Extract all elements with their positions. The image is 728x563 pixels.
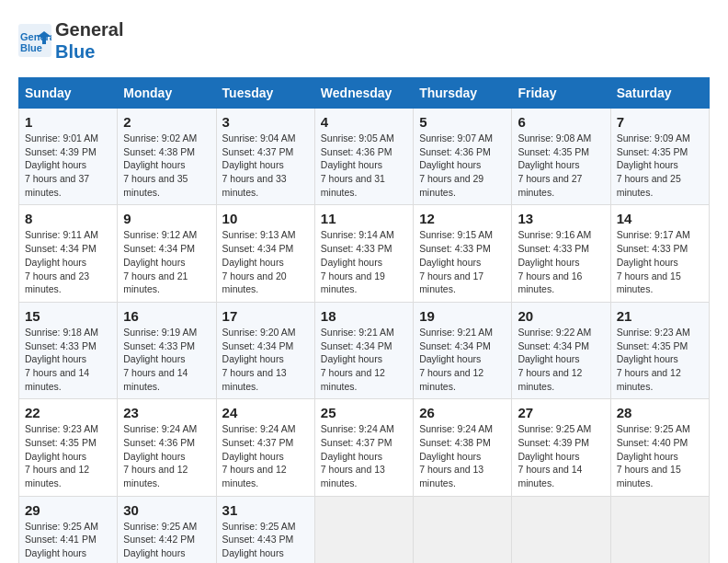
day-info: Sunrise: 9:14 AM Sunset: 4:33 PM Dayligh… [321, 228, 407, 295]
day-info: Sunrise: 9:09 AM Sunset: 4:35 PM Dayligh… [617, 132, 703, 199]
day-cell: 29 Sunrise: 9:25 AM Sunset: 4:41 PM Dayl… [19, 496, 118, 563]
day-cell: 2 Sunrise: 9:02 AM Sunset: 4:38 PM Dayli… [118, 109, 216, 205]
day-cell: 8 Sunrise: 9:11 AM Sunset: 4:34 PM Dayli… [19, 205, 118, 302]
day-cell: 9 Sunrise: 9:12 AM Sunset: 4:34 PM Dayli… [118, 205, 216, 302]
logo-text-blue: Blue [55, 40, 123, 63]
day-info: Sunrise: 9:16 AM Sunset: 4:33 PM Dayligh… [518, 228, 604, 295]
day-number: 11 [321, 211, 407, 226]
day-cell [414, 496, 512, 563]
day-info: Sunrise: 9:20 AM Sunset: 4:34 PM Dayligh… [222, 326, 309, 393]
day-cell: 5 Sunrise: 9:07 AM Sunset: 4:36 PM Dayli… [414, 109, 512, 205]
day-cell: 3 Sunrise: 9:04 AM Sunset: 4:37 PM Dayli… [216, 109, 314, 205]
day-number: 16 [123, 308, 210, 324]
day-number: 19 [419, 308, 506, 324]
day-cell: 10 Sunrise: 9:13 AM Sunset: 4:34 PM Dayl… [216, 205, 314, 302]
day-cell: 11 Sunrise: 9:14 AM Sunset: 4:33 PM Dayl… [314, 205, 413, 302]
day-number: 6 [518, 114, 604, 130]
day-number: 3 [222, 114, 309, 130]
header-saturday: Saturday [610, 78, 709, 109]
day-info: Sunrise: 9:04 AM Sunset: 4:37 PM Dayligh… [222, 132, 309, 199]
day-info: Sunrise: 9:21 AM Sunset: 4:34 PM Dayligh… [321, 326, 407, 393]
day-info: Sunrise: 9:18 AM Sunset: 4:33 PM Dayligh… [25, 326, 111, 393]
day-info: Sunrise: 9:24 AM Sunset: 4:36 PM Dayligh… [123, 422, 210, 489]
day-info: Sunrise: 9:05 AM Sunset: 4:36 PM Dayligh… [321, 132, 407, 199]
day-info: Sunrise: 9:08 AM Sunset: 4:35 PM Dayligh… [518, 132, 604, 199]
day-number: 14 [617, 211, 703, 226]
day-number: 10 [222, 211, 309, 226]
header-tuesday: Tuesday [216, 78, 314, 109]
day-number: 12 [419, 211, 506, 226]
day-number: 29 [25, 502, 111, 518]
day-cell: 22 Sunrise: 9:23 AM Sunset: 4:35 PM Dayl… [19, 399, 118, 496]
day-cell: 23 Sunrise: 9:24 AM Sunset: 4:36 PM Dayl… [118, 399, 216, 496]
day-cell: 26 Sunrise: 9:24 AM Sunset: 4:38 PM Dayl… [414, 399, 512, 496]
header-sunday: Sunday [19, 78, 118, 109]
week-row-1: 1 Sunrise: 9:01 AM Sunset: 4:39 PM Dayli… [19, 109, 710, 205]
header-row: SundayMondayTuesdayWednesdayThursdayFrid… [19, 78, 710, 109]
svg-text:Blue: Blue [20, 42, 42, 53]
day-number: 27 [518, 405, 604, 420]
day-info: Sunrise: 9:17 AM Sunset: 4:33 PM Dayligh… [617, 228, 703, 295]
day-info: Sunrise: 9:24 AM Sunset: 4:38 PM Dayligh… [419, 422, 506, 489]
week-row-5: 29 Sunrise: 9:25 AM Sunset: 4:41 PM Dayl… [19, 496, 710, 563]
day-number: 8 [25, 211, 111, 226]
day-number: 24 [222, 405, 309, 420]
day-cell: 13 Sunrise: 9:16 AM Sunset: 4:33 PM Dayl… [512, 205, 610, 302]
day-number: 13 [518, 211, 604, 226]
day-info: Sunrise: 9:07 AM Sunset: 4:36 PM Dayligh… [419, 132, 506, 199]
day-info: Sunrise: 9:15 AM Sunset: 4:33 PM Dayligh… [419, 228, 506, 295]
day-number: 25 [321, 405, 407, 420]
day-number: 30 [123, 502, 210, 518]
day-cell: 7 Sunrise: 9:09 AM Sunset: 4:35 PM Dayli… [610, 109, 709, 205]
day-info: Sunrise: 9:02 AM Sunset: 4:38 PM Dayligh… [123, 132, 210, 199]
day-cell: 20 Sunrise: 9:22 AM Sunset: 4:34 PM Dayl… [512, 302, 610, 398]
day-number: 28 [617, 405, 703, 420]
header-friday: Friday [512, 78, 610, 109]
day-number: 31 [222, 502, 309, 518]
logo: General Blue General Blue [18, 18, 123, 63]
day-cell: 18 Sunrise: 9:21 AM Sunset: 4:34 PM Dayl… [314, 302, 413, 398]
day-info: Sunrise: 9:22 AM Sunset: 4:34 PM Dayligh… [518, 326, 604, 393]
day-info: Sunrise: 9:01 AM Sunset: 4:39 PM Dayligh… [25, 132, 111, 199]
day-cell: 19 Sunrise: 9:21 AM Sunset: 4:34 PM Dayl… [414, 302, 512, 398]
day-info: Sunrise: 9:11 AM Sunset: 4:34 PM Dayligh… [25, 228, 111, 295]
day-number: 1 [25, 114, 111, 130]
day-info: Sunrise: 9:25 AM Sunset: 4:40 PM Dayligh… [617, 422, 703, 489]
day-number: 20 [518, 308, 604, 324]
day-cell: 17 Sunrise: 9:20 AM Sunset: 4:34 PM Dayl… [216, 302, 314, 398]
day-info: Sunrise: 9:12 AM Sunset: 4:34 PM Dayligh… [123, 228, 210, 295]
day-number: 23 [123, 405, 210, 420]
day-info: Sunrise: 9:23 AM Sunset: 4:35 PM Dayligh… [25, 422, 111, 489]
day-info: Sunrise: 9:25 AM Sunset: 4:39 PM Dayligh… [518, 422, 604, 489]
logo-text-general: General [55, 18, 123, 40]
day-cell: 4 Sunrise: 9:05 AM Sunset: 4:36 PM Dayli… [314, 109, 413, 205]
header-thursday: Thursday [414, 78, 512, 109]
day-cell: 21 Sunrise: 9:23 AM Sunset: 4:35 PM Dayl… [610, 302, 709, 398]
day-cell: 24 Sunrise: 9:24 AM Sunset: 4:37 PM Dayl… [216, 399, 314, 496]
header-monday: Monday [118, 78, 216, 109]
calendar-table: SundayMondayTuesdayWednesdayThursdayFrid… [18, 77, 710, 563]
day-number: 18 [321, 308, 407, 324]
day-cell [512, 496, 610, 563]
day-info: Sunrise: 9:23 AM Sunset: 4:35 PM Dayligh… [617, 326, 703, 393]
day-cell: 1 Sunrise: 9:01 AM Sunset: 4:39 PM Dayli… [19, 109, 118, 205]
day-info: Sunrise: 9:25 AM Sunset: 4:43 PM Dayligh… [222, 520, 309, 563]
day-cell: 15 Sunrise: 9:18 AM Sunset: 4:33 PM Dayl… [19, 302, 118, 398]
day-cell: 28 Sunrise: 9:25 AM Sunset: 4:40 PM Dayl… [610, 399, 709, 496]
day-cell: 27 Sunrise: 9:25 AM Sunset: 4:39 PM Dayl… [512, 399, 610, 496]
day-info: Sunrise: 9:19 AM Sunset: 4:33 PM Dayligh… [123, 326, 210, 393]
day-cell: 16 Sunrise: 9:19 AM Sunset: 4:33 PM Dayl… [118, 302, 216, 398]
week-row-4: 22 Sunrise: 9:23 AM Sunset: 4:35 PM Dayl… [19, 399, 710, 496]
day-cell: 31 Sunrise: 9:25 AM Sunset: 4:43 PM Dayl… [216, 496, 314, 563]
day-number: 4 [321, 114, 407, 130]
day-cell [314, 496, 413, 563]
day-info: Sunrise: 9:24 AM Sunset: 4:37 PM Dayligh… [321, 422, 407, 489]
day-number: 26 [419, 405, 506, 420]
logo-icon: General Blue [18, 24, 51, 57]
day-cell: 30 Sunrise: 9:25 AM Sunset: 4:42 PM Dayl… [118, 496, 216, 563]
day-cell: 25 Sunrise: 9:24 AM Sunset: 4:37 PM Dayl… [314, 399, 413, 496]
day-number: 9 [123, 211, 210, 226]
day-number: 15 [25, 308, 111, 324]
day-number: 5 [419, 114, 506, 130]
day-cell: 12 Sunrise: 9:15 AM Sunset: 4:33 PM Dayl… [414, 205, 512, 302]
